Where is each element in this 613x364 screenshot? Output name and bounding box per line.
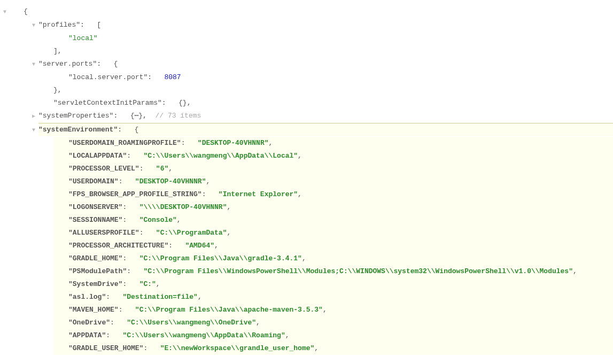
json-key: "SESSIONNAME" [68, 216, 122, 224]
json-string: "\\\\DESKTOP-40VHNNR" [139, 203, 227, 211]
toggle-icon[interactable]: ▶ [29, 110, 38, 123]
json-key: "server.ports" [38, 60, 97, 68]
json-key: "asl.log" [68, 293, 106, 301]
json-string: "C:\\Users\\wangmeng\\AppData\\Local" [143, 152, 298, 160]
json-string: "E:\\newWorkspace\\grandle_user_home" [160, 344, 315, 352]
json-key: "servletContextInitParams" [53, 99, 162, 107]
json-key: "PROCESSOR_LEVEL" [68, 165, 139, 173]
json-key: "USERDOMAIN" [68, 177, 119, 185]
toggle-icon[interactable]: ▼ [29, 19, 38, 32]
json-key: "OneDrive" [68, 319, 110, 327]
json-string: "local" [68, 34, 98, 42]
json-string: "6" [156, 165, 168, 173]
json-key: "local.server.port" [68, 73, 148, 81]
json-comment: // 73 items [156, 112, 201, 120]
json-string: "DESKTOP-40VHNNR" [135, 177, 206, 185]
json-number: 8087 [164, 73, 181, 81]
json-key: "USERDOMAIN_ROAMINGPROFILE" [68, 139, 181, 147]
json-string: "AMD64" [185, 242, 214, 250]
json-string: "Destination=file" [122, 293, 197, 301]
json-string: "Console" [139, 216, 177, 224]
toggle-icon[interactable]: ▼ [29, 124, 38, 137]
json-key: "ALLUSERSPROFILE" [68, 229, 139, 237]
json-key: "APPDATA" [68, 331, 106, 339]
json-key: "systemEnvironment" [38, 126, 118, 134]
json-key: "LOGONSERVER" [68, 203, 122, 211]
json-string: "DESKTOP-40VHNNR" [198, 139, 269, 147]
json-key: "GRADLE_USER_HOME" [68, 344, 143, 352]
json-key: "FPS_BROWSER_APP_PROFILE_STRING" [68, 190, 202, 198]
json-key: "PSModulePath" [68, 267, 127, 275]
json-string: "C:\\Program Files\\Java\\gradle-3.4.1" [139, 254, 302, 262]
json-string: "C:\\Users\\wangmeng\\OneDrive" [127, 319, 256, 327]
json-string: "C:\\Program Files\\WindowsPowerShell\\M… [143, 267, 573, 275]
json-string: "C:\\Users\\wangmeng\\AppData\\Roaming" [122, 331, 285, 339]
json-key: "profiles" [38, 21, 80, 29]
json-key: "SystemDrive" [68, 280, 122, 288]
json-key: "MAVEN_HOME" [68, 306, 119, 314]
json-key: "LOCALAPPDATA" [68, 152, 127, 160]
toggle-icon[interactable]: ▼ [0, 6, 10, 19]
toggle-icon[interactable]: ▼ [29, 58, 38, 71]
json-string: "C:\\ProgramData" [156, 229, 227, 237]
json-key: "GRADLE_HOME" [68, 254, 122, 262]
json-string: "C:\\Program Files\\Java\\apache-maven-3… [135, 306, 323, 314]
json-string: "C:" [139, 280, 156, 288]
json-key: "PROCESSOR_ARCHITECTURE" [68, 242, 168, 250]
brace-open: { [24, 7, 28, 16]
json-key: "systemProperties" [38, 112, 113, 120]
json-string: "Internet Explorer" [219, 190, 298, 198]
